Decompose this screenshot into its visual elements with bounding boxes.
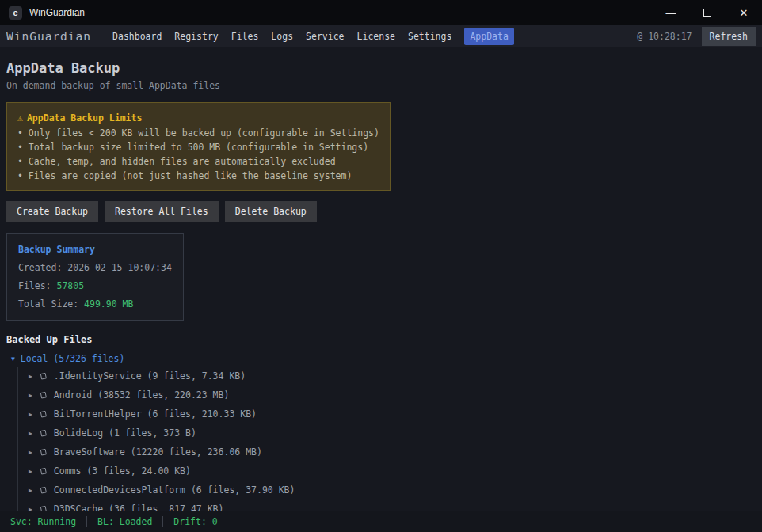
- nav-item-appdata[interactable]: AppData: [464, 28, 513, 45]
- tree-row[interactable]: ▶ BitTorrentHelper (6 files, 210.33 KB): [29, 405, 756, 424]
- summary-files-label: Files:: [18, 280, 56, 291]
- warning-bullet: • Total backup size limited to 500 MB (c…: [17, 142, 379, 152]
- warning-title-text: AppData Backup Limits: [27, 112, 142, 124]
- nav-item-dashboard[interactable]: Dashboard: [112, 28, 162, 45]
- nav-item-registry[interactable]: Registry: [174, 28, 218, 45]
- chevron-right-icon[interactable]: ▶: [29, 373, 32, 380]
- warning-bullet: • Only files < 200 KB will be backed up …: [17, 128, 379, 138]
- clock-text: @ 10:28:17: [637, 31, 692, 42]
- delete-backup-button[interactable]: Delete Backup: [225, 201, 317, 222]
- window-title: WinGuardian: [29, 7, 653, 18]
- titlebar: e WinGuardian — ✕: [0, 0, 762, 25]
- warning-title: ⚠AppData Backup Limits: [17, 112, 379, 124]
- folder-icon: [39, 391, 48, 400]
- create-backup-button[interactable]: Create Backup: [6, 201, 98, 222]
- content-area: AppData Backup On-demand backup of small…: [0, 48, 762, 511]
- backed-up-files-heading: Backed Up Files: [6, 334, 756, 345]
- nav-item-license[interactable]: License: [357, 28, 395, 45]
- tree-row[interactable]: ▶ BraveSoftware (12220 files, 236.06 MB): [29, 443, 756, 462]
- summary-created-value: 2026-02-15 10:07:34: [67, 262, 172, 273]
- warning-icon: ⚠: [17, 112, 23, 124]
- brand-logo: WinGuardian: [6, 30, 91, 43]
- minimize-button[interactable]: —: [653, 0, 689, 25]
- tree-row[interactable]: ▶ ConnectedDevicesPlatform (6 files, 37.…: [29, 481, 756, 500]
- summary-size-label: Total Size:: [18, 298, 84, 310]
- tree-row-label[interactable]: BraveSoftware (12220 files, 236.06 MB): [54, 446, 262, 458]
- navbar: WinGuardian Dashboard Registry Files Log…: [0, 25, 762, 48]
- status-baseline: BL: Loaded: [86, 516, 162, 527]
- tree-row-label[interactable]: Comms (3 files, 24.00 KB): [54, 466, 191, 477]
- status-service: Svc: Running: [0, 516, 86, 527]
- folder-icon: [39, 410, 48, 419]
- tree-row[interactable]: ▶ Android (38532 files, 220.23 MB): [29, 386, 756, 405]
- folder-icon: [39, 429, 48, 438]
- tree-children: ▶ .IdentityService (9 files, 7.34 KB) ▶ …: [17, 367, 756, 511]
- nav-right: @ 10:28:17 Refresh: [637, 27, 762, 46]
- summary-files: Files: 57805: [18, 280, 172, 291]
- page-subtitle: On-demand backup of small AppData files: [6, 80, 756, 91]
- folder-icon: [39, 467, 48, 476]
- backup-summary-panel: Backup Summary Created: 2026-02-15 10:07…: [6, 233, 184, 321]
- chevron-right-icon[interactable]: ▶: [29, 411, 32, 418]
- tree-row[interactable]: ▶ D3DSCache (36 files, 817.47 KB): [29, 500, 756, 511]
- summary-created-label: Created:: [18, 262, 67, 273]
- warning-bullet: • Cache, temp, and hidden files are auto…: [17, 157, 379, 166]
- actions-row: Create Backup Restore All Files Delete B…: [6, 201, 756, 222]
- maximize-button[interactable]: [689, 0, 726, 25]
- app-icon: e: [9, 6, 22, 20]
- tree-row[interactable]: ▶ Comms (3 files, 24.00 KB): [29, 462, 756, 481]
- close-button[interactable]: ✕: [726, 0, 762, 25]
- tree-row[interactable]: ▶ .IdentityService (9 files, 7.34 KB): [29, 367, 756, 386]
- folder-icon: [39, 448, 48, 457]
- nav-item-service[interactable]: Service: [306, 28, 344, 45]
- window-controls: — ✕: [653, 0, 762, 25]
- tree-root-local[interactable]: ▼ Local (57326 files): [6, 353, 756, 364]
- app-window: e WinGuardian — ✕ WinGuardian Dashboard …: [0, 0, 762, 532]
- status-drift: Drift: 0: [162, 516, 227, 527]
- chevron-right-icon[interactable]: ▶: [29, 468, 32, 475]
- tree-row-label[interactable]: ConnectedDevicesPlatform (6 files, 37.90…: [54, 484, 295, 496]
- chevron-right-icon[interactable]: ▶: [29, 430, 32, 437]
- page-title: AppData Backup: [6, 60, 756, 76]
- nav-divider: [101, 30, 101, 43]
- summary-created: Created: 2026-02-15 10:07:34: [18, 262, 172, 273]
- folder-icon: [39, 372, 48, 381]
- tree-row-label[interactable]: Android (38532 files, 220.23 MB): [54, 390, 230, 401]
- restore-all-files-button[interactable]: Restore All Files: [105, 201, 219, 222]
- maximize-icon: [703, 9, 711, 17]
- nav-item-files[interactable]: Files: [231, 28, 259, 45]
- chevron-down-icon[interactable]: ▼: [11, 355, 15, 363]
- folder-icon: [39, 486, 48, 495]
- nav-item-logs[interactable]: Logs: [271, 28, 293, 45]
- tree-row-label[interactable]: BitTorrentHelper (6 files, 210.33 KB): [54, 408, 257, 420]
- tree-row-label[interactable]: BolideLog (1 files, 373 B): [54, 428, 196, 439]
- chevron-right-icon[interactable]: ▶: [29, 449, 32, 456]
- tree-row[interactable]: ▶ BolideLog (1 files, 373 B): [29, 424, 756, 443]
- tree-root-label[interactable]: Local (57326 files): [21, 353, 125, 364]
- chevron-right-icon[interactable]: ▶: [29, 392, 32, 399]
- statusbar: Svc: Running BL: Loaded Drift: 0: [0, 511, 762, 532]
- refresh-button[interactable]: Refresh: [702, 27, 756, 46]
- tree-row-label[interactable]: .IdentityService (9 files, 7.34 KB): [54, 370, 246, 382]
- summary-files-value: 57805: [56, 280, 84, 291]
- backup-limits-warning: ⚠AppData Backup Limits • Only files < 20…: [6, 102, 391, 191]
- warning-bullet: • Files are copied (not just hashed like…: [17, 171, 379, 180]
- summary-size: Total Size: 499.90 MB: [18, 298, 172, 310]
- summary-size-value: 499.90 MB: [84, 298, 133, 310]
- summary-title: Backup Summary: [18, 244, 172, 255]
- chevron-right-icon[interactable]: ▶: [29, 487, 32, 494]
- nav-item-settings[interactable]: Settings: [408, 28, 451, 45]
